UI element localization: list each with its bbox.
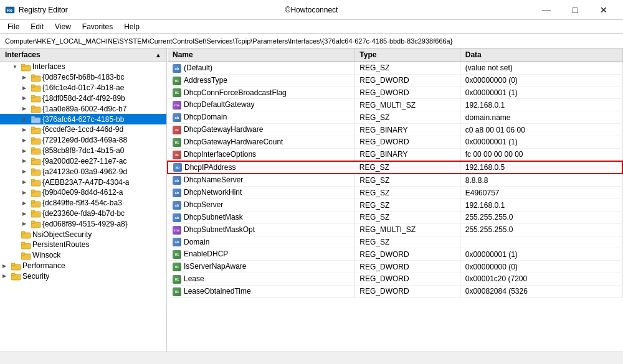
folder-icon [31, 146, 42, 156]
cell-data: 0x00000000 (0) [460, 261, 622, 273]
table-row[interactable]: 01IsServerNapAwareREG_DWORD0x00000000 (0… [168, 261, 622, 273]
table-row[interactable]: abDhcpDomainREG_SZdomain.name [168, 111, 622, 124]
cell-name: biDhcpGatewayHardware [168, 124, 354, 136]
window-controls: — □ ✕ [532, 0, 618, 20]
folder-icon [21, 240, 32, 250]
tree-item-6ccdef3e[interactable]: ▶ {6ccdef3e-1ccd-446d-9d [0, 124, 166, 135]
tree-item-Performance[interactable]: ▶ Performance [0, 261, 166, 271]
folder-icon [11, 261, 22, 271]
svg-rect-35 [21, 231, 25, 234]
cell-data: 192.168.0.1 [460, 199, 622, 212]
table-row[interactable]: msDhcpDefaultGatewayREG_MULTI_SZ192.168.… [168, 99, 622, 111]
minimize-button[interactable]: — [532, 0, 561, 20]
svg-rect-43 [11, 273, 15, 276]
folder-icon [21, 230, 32, 239]
svg-rect-37 [21, 242, 25, 245]
table-row[interactable]: biDhcpGatewayHardwareREG_BINARYc0 a8 00 … [168, 124, 622, 136]
tree-item-ed068f89[interactable]: ▶ {ed068f89-4515-4929-a8} [0, 218, 166, 229]
table-body: ab(Default)REG_SZ(value not set)01Addres… [168, 62, 622, 297]
tree-item-label: {a24123e0-03a9-4962-9d [42, 167, 127, 176]
cell-name: abDhcpNetworkHint [168, 187, 354, 199]
tree-item-9a200d02[interactable]: ▶ {9a200d02-ee27-11e7-ac [0, 156, 166, 166]
cell-data: fc 00 00 00 00 00 [460, 148, 622, 161]
cell-name: 01IsServerNapAware [168, 261, 354, 273]
tree-item-b9b40e09[interactable]: ▶ {b9b40e09-8d4d-4612-a [0, 187, 166, 198]
table-row[interactable]: abDhcpSubnetMaskREG_SZ255.255.255.0 [168, 211, 622, 223]
svg-rect-25 [31, 179, 35, 182]
svg-rect-39 [21, 253, 25, 255]
menu-item-help[interactable]: Help [119, 21, 145, 32]
tree-item-a24123e0[interactable]: ▶ {a24123e0-03a9-4962-9d [0, 166, 166, 177]
menu-item-view[interactable]: View [50, 21, 76, 32]
tree-item-label: {6ccdef3e-1ccd-446d-9d [42, 125, 123, 134]
tree-item-PersistentRoutes[interactable]: PersistentRoutes [0, 240, 166, 250]
col-type: Type [354, 49, 460, 62]
tree-panel: Interfaces ▲ ▼ Interfaces▶ {0d87ec5f-b68… [0, 49, 167, 352]
svg-rect-41 [11, 263, 15, 266]
app-icon: Re [5, 5, 15, 15]
cell-type: REG_SZ [354, 62, 460, 74]
values-scroll[interactable]: Name Type Data ab(Default)REG_SZ(value n… [167, 49, 623, 352]
menu-bar: FileEditViewFavoritesHelp [0, 20, 623, 34]
tree-item-18df058d[interactable]: ▶ {18df058d-24df-4f92-89b [0, 93, 166, 103]
svg-rect-21 [31, 158, 35, 161]
tree-item-Security[interactable]: ▶ Security [0, 271, 166, 282]
status-bar [0, 352, 623, 364]
table-row[interactable]: 01AddressTypeREG_DWORD0x00000000 (0) [168, 74, 622, 86]
col-data: Data [460, 49, 622, 62]
tree-item-16fc1e4d[interactable]: ▶ {16fc1e4d-01c7-4b18-ae [0, 83, 166, 93]
cell-data: 255.255.255.0 [460, 211, 622, 223]
folder-icon [31, 93, 42, 103]
table-row[interactable]: abDhcpNetworkHintREG_SZE4960757 [168, 187, 622, 199]
tree-item-376afc64[interactable]: ▶ {376afc64-627c-4185-bb [0, 114, 166, 124]
tree-item-858cb8f8[interactable]: ▶ {858cb8f8-7dc1-4b15-a0 [0, 146, 166, 156]
table-row[interactable]: abDhcpNameServerREG_SZ8.8.8.8 [168, 174, 622, 186]
tree-item-label: {376afc64-627c-4185-bb [42, 115, 124, 124]
tree-item-Winsock[interactable]: Winsock [0, 250, 166, 261]
tree-item-AEBB23A7[interactable]: ▶ {AEBB23A7-A47D-4304-a [0, 177, 166, 187]
maximize-button[interactable]: □ [561, 0, 589, 20]
menu-item-favorites[interactable]: Favorites [77, 21, 118, 32]
table-row[interactable]: 01LeaseREG_DWORD0x00001c20 (7200 [168, 273, 622, 286]
svg-rect-27 [31, 190, 35, 192]
tree-content[interactable]: ▼ Interfaces▶ {0d87ec5f-b68b-4183-bc▶ {1… [0, 62, 166, 348]
tree-header-label: Interfaces [5, 50, 40, 59]
title-bar-left: Re Registry Editor [5, 5, 68, 15]
tree-item-NsiObjectSecurity[interactable]: NsiObjectSecurity [0, 229, 166, 240]
folder-icon [31, 188, 42, 197]
table-row[interactable]: abDhcpIPAddressREG_SZ192.168.0.5 [168, 161, 622, 174]
tree-item-label: Performance [22, 261, 65, 270]
menu-item-edit[interactable]: Edit [26, 21, 49, 32]
table-row[interactable]: 01DhcpGatewayHardwareCountREG_DWORD0x000… [168, 136, 622, 148]
folder-icon [31, 167, 42, 176]
tree-item-label: {ed068f89-4515-4929-a8} [42, 220, 128, 228]
table-row[interactable]: 01EnableDHCPREG_DWORD0x00000001 (1) [168, 248, 622, 261]
tree-item-interfaces[interactable]: ▼ Interfaces [0, 62, 166, 72]
tree-item-label: {dc849ffe-f9f3-454c-ba3 [42, 198, 122, 207]
table-row[interactable]: ab(Default)REG_SZ(value not set) [168, 62, 622, 74]
tree-item-72912e9d[interactable]: ▶ {72912e9d-0dd3-469a-88 [0, 135, 166, 146]
cell-data: 0x00001c20 (7200 [460, 273, 622, 286]
cell-type: REG_SZ [354, 111, 460, 124]
col-name: Name [168, 49, 354, 62]
tree-item-1aa0e89a[interactable]: ▶ {1aa0e89a-6002-4d9c-b7 [0, 103, 166, 114]
tree-arrow: ▶ [22, 200, 31, 206]
tree-arrow: ▶ [22, 85, 31, 91]
cell-type: REG_BINARY [354, 148, 460, 161]
table-row[interactable]: abDhcpServerREG_SZ192.168.0.1 [168, 199, 622, 212]
table-row[interactable]: msDhcpSubnetMaskOptREG_MULTI_SZ255.255.2… [168, 223, 622, 236]
table-row[interactable]: abDomainREG_SZ [168, 236, 622, 248]
tree-item-de23360e[interactable]: ▶ {de23360e-fda9-4b7d-bc [0, 208, 166, 219]
menu-item-file[interactable]: File [2, 21, 24, 32]
svg-rect-9 [31, 95, 35, 98]
main-area: Interfaces ▲ ▼ Interfaces▶ {0d87ec5f-b68… [0, 49, 623, 352]
close-button[interactable]: ✕ [589, 0, 618, 20]
tree-item-0d87ec5f[interactable]: ▶ {0d87ec5f-b68b-4183-bc [0, 72, 166, 83]
table-row[interactable]: biDhcpInterfaceOptionsREG_BINARYfc 00 00… [168, 148, 622, 161]
tree-arrow: ▶ [22, 95, 31, 101]
table-row[interactable]: 01DhcpConnForceBroadcastFlagREG_DWORD0x0… [168, 86, 622, 99]
folder-icon [31, 156, 42, 166]
tree-item-dc849ffe[interactable]: ▶ {dc849ffe-f9f3-454c-ba3 [0, 198, 166, 208]
cell-name: msDhcpSubnetMaskOpt [168, 223, 354, 236]
table-row[interactable]: 01LeaseObtainedTimeREG_DWORD0x00082084 (… [168, 285, 622, 297]
